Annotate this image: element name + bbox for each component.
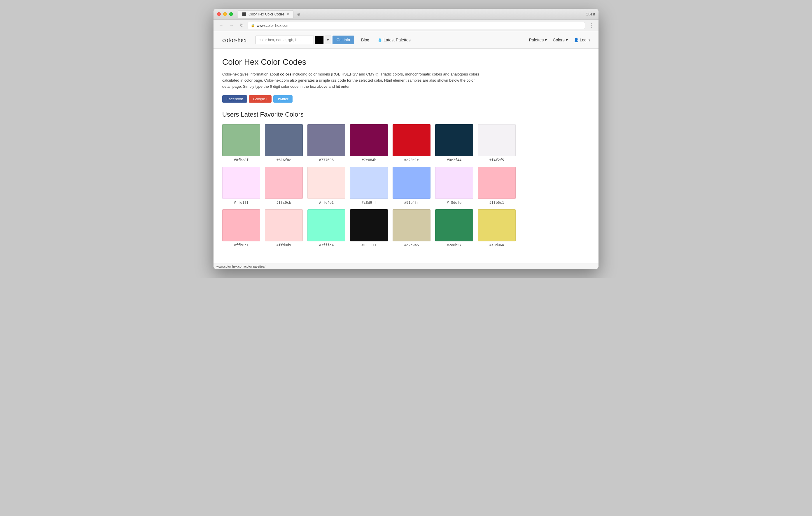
title-bar: ⬛ Color Hex Color Codes ✕ ⊕ Guest xyxy=(213,9,599,20)
color-code: #d2c9a5 xyxy=(404,243,419,247)
minimize-button[interactable] xyxy=(223,12,227,16)
color-swatch xyxy=(222,167,260,199)
blog-link[interactable]: Blog xyxy=(360,38,370,42)
color-swatch xyxy=(478,209,516,241)
color-item[interactable]: #f4f2f5 xyxy=(478,124,516,162)
color-swatch xyxy=(435,124,473,156)
guest-label: Guest xyxy=(586,12,595,16)
color-code: #616f8c xyxy=(277,158,291,162)
color-code: #0e2f44 xyxy=(447,158,462,162)
color-item[interactable]: #d20e1c xyxy=(393,124,431,162)
traffic-lights xyxy=(217,12,233,16)
color-code: #111111 xyxy=(362,243,377,247)
color-item[interactable]: #f8defe xyxy=(435,167,473,205)
page-title: Color Hex Color Codes xyxy=(222,57,496,67)
palettes-dropdown[interactable]: Palettes ▾ xyxy=(529,38,547,42)
page-description: Color-hex gives information about colors… xyxy=(222,71,485,90)
forward-button[interactable]: → xyxy=(228,23,236,28)
color-swatch xyxy=(308,209,345,241)
color-code: #91b4ff xyxy=(404,201,419,205)
desc-bold: colors xyxy=(280,72,291,77)
color-row-2: #ffe1ff#ffc0cb#ffe4e1#c8d9ff#91b4ff#f8de… xyxy=(222,167,496,205)
color-code: #7e084b xyxy=(362,158,377,162)
tab-close-icon[interactable]: ✕ xyxy=(287,12,289,16)
droplet-icon: 💧 xyxy=(377,38,382,42)
latest-palettes-link[interactable]: 💧 Latest Palettes xyxy=(376,38,412,42)
color-item[interactable]: #8fbc8f xyxy=(222,124,260,162)
color-item[interactable]: #0e2f44 xyxy=(435,124,473,162)
palettes-label: Palettes xyxy=(529,38,544,42)
color-swatch xyxy=(308,124,345,156)
close-button[interactable] xyxy=(217,12,221,16)
active-tab[interactable]: ⬛ Color Hex Color Codes ✕ xyxy=(238,10,293,18)
color-item[interactable]: #ffc0cb xyxy=(265,167,303,205)
tab-title: Color Hex Color Codes xyxy=(249,12,284,16)
site-nav: color-hex ▼ Get Info Blog 💧 Latest Palet… xyxy=(213,31,599,49)
get-info-button[interactable]: Get Info xyxy=(332,36,354,44)
google-button[interactable]: Google+ xyxy=(249,95,271,102)
color-dropdown-button[interactable]: ▼ xyxy=(325,36,331,44)
colors-dropdown-arrow: ▾ xyxy=(566,38,568,42)
color-item[interactable]: #7fffd4 xyxy=(308,209,345,247)
color-code: #2e8b57 xyxy=(447,243,462,247)
search-input[interactable] xyxy=(256,36,314,44)
color-item[interactable]: #ffb6c1 xyxy=(222,209,260,247)
login-label: Login xyxy=(580,38,590,42)
color-swatch xyxy=(478,124,516,156)
twitter-button[interactable]: Twitter xyxy=(273,95,293,102)
color-code: #ffd9d9 xyxy=(277,243,291,247)
color-swatch xyxy=(393,209,431,241)
main-content: Color Hex Color Codes Color-hex gives in… xyxy=(213,49,505,264)
tab-favicon: ⬛ xyxy=(242,12,246,16)
more-options-button[interactable]: ⋮ xyxy=(587,22,595,29)
color-row-1: #8fbc8f#616f8c#777696#7e084b#d20e1c#0e2f… xyxy=(222,124,496,162)
search-form: ▼ Get Info xyxy=(256,36,354,44)
tab-area: ⬛ Color Hex Color Codes ✕ ⊕ xyxy=(238,10,303,18)
color-item[interactable]: #7e084b xyxy=(350,124,388,162)
color-swatch xyxy=(350,167,388,199)
color-code: #ffb6c1 xyxy=(489,201,504,205)
color-swatch xyxy=(222,209,260,241)
color-item[interactable]: #616f8c xyxy=(265,124,303,162)
address-bar[interactable]: 🔒 www.color-hex.com xyxy=(248,22,585,29)
color-item[interactable]: #ffb6c1 xyxy=(478,167,516,205)
color-item[interactable]: #91b4ff xyxy=(393,167,431,205)
color-swatch xyxy=(308,167,345,199)
color-item[interactable]: #777696 xyxy=(308,124,345,162)
facebook-button[interactable]: Facebook xyxy=(222,95,247,102)
color-swatch xyxy=(393,167,431,199)
color-item[interactable]: #e8d96a xyxy=(478,209,516,247)
color-code: #f8defe xyxy=(447,201,462,205)
color-item[interactable]: #ffd9d9 xyxy=(265,209,303,247)
new-tab-button[interactable]: ⊕ xyxy=(295,11,303,18)
refresh-button[interactable]: ↻ xyxy=(238,23,245,28)
color-item[interactable]: #d2c9a5 xyxy=(393,209,431,247)
color-code: #e8d96a xyxy=(489,243,504,247)
color-item[interactable]: #2e8b57 xyxy=(435,209,473,247)
login-button[interactable]: 👤 Login xyxy=(574,38,590,42)
color-item[interactable]: #ffe1ff xyxy=(222,167,260,205)
maximize-button[interactable] xyxy=(229,12,233,16)
palettes-dropdown-arrow: ▾ xyxy=(545,38,547,42)
colors-label: Colors xyxy=(553,38,564,42)
color-item[interactable]: #ffe4e1 xyxy=(308,167,345,205)
color-swatch xyxy=(393,124,431,156)
page-content: color-hex ▼ Get Info Blog 💧 Latest Palet… xyxy=(213,31,599,269)
color-code: #7fffd4 xyxy=(319,243,334,247)
color-swatch xyxy=(265,209,303,241)
back-button[interactable]: ← xyxy=(217,23,225,28)
color-swatch-button[interactable] xyxy=(315,36,324,44)
lock-icon: 🔒 xyxy=(251,24,255,27)
section-title: Users Latest Favorite Colors xyxy=(222,111,496,118)
color-item[interactable]: #c8d9ff xyxy=(350,167,388,205)
color-swatch xyxy=(265,124,303,156)
color-code: #777696 xyxy=(319,158,334,162)
color-swatch xyxy=(478,167,516,199)
color-code: #f4f2f5 xyxy=(489,158,504,162)
site-logo[interactable]: color-hex xyxy=(222,36,247,44)
url-text: www.color-hex.com xyxy=(257,23,582,28)
desc-start: Color-hex gives information about xyxy=(222,72,280,77)
color-code: #ffe1ff xyxy=(234,201,249,205)
colors-dropdown[interactable]: Colors ▾ xyxy=(553,38,568,42)
color-item[interactable]: #111111 xyxy=(350,209,388,247)
